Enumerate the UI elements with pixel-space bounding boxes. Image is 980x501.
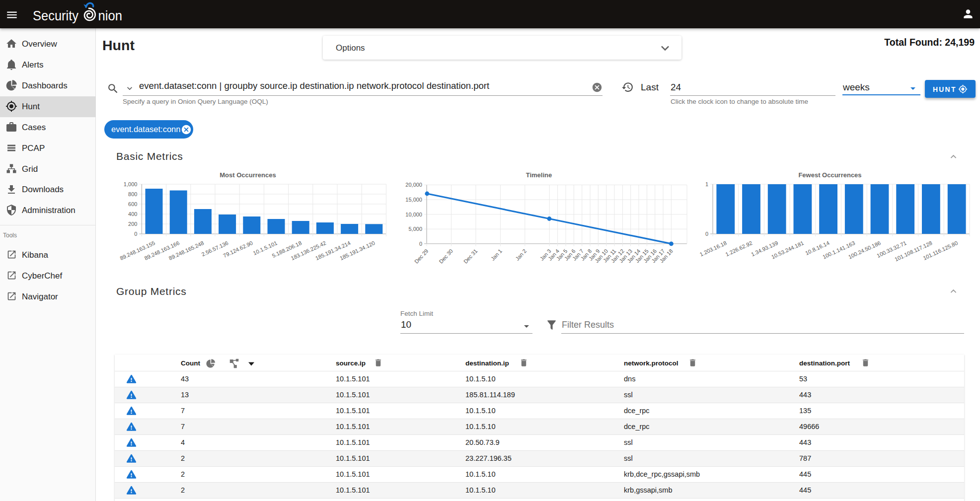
svg-text:1.203.16.18: 1.203.16.18 xyxy=(699,240,728,257)
svg-text:600: 600 xyxy=(128,201,137,207)
svg-text:Jan 2: Jan 2 xyxy=(514,248,528,262)
svg-text:10,000: 10,000 xyxy=(405,212,422,217)
svg-text:1,000: 1,000 xyxy=(124,181,138,187)
svg-text:Dec 30: Dec 30 xyxy=(438,248,454,265)
svg-text:0: 0 xyxy=(419,241,422,247)
svg-text:200: 200 xyxy=(128,221,137,227)
svg-text:Timeline: Timeline xyxy=(526,171,552,179)
svg-text:Dec 31: Dec 31 xyxy=(462,248,479,265)
svg-text:nion: nion xyxy=(98,7,123,23)
svg-text:5,000: 5,000 xyxy=(408,226,422,232)
svg-text:Jan 1: Jan 1 xyxy=(490,248,503,262)
svg-text:Dec 29: Dec 29 xyxy=(413,248,430,265)
svg-text:0: 0 xyxy=(705,231,708,237)
svg-text:1: 1 xyxy=(705,181,708,187)
svg-text:20,000: 20,000 xyxy=(405,182,422,188)
svg-text:800: 800 xyxy=(128,191,137,197)
svg-text:Fewest Occurrences: Fewest Occurrences xyxy=(798,171,861,179)
svg-text:15,000: 15,000 xyxy=(405,197,422,203)
svg-text:0: 0 xyxy=(134,231,137,237)
svg-text:1.226.62.92: 1.226.62.92 xyxy=(725,240,754,257)
svg-text:Most Occurrences: Most Occurrences xyxy=(220,171,276,179)
svg-text:400: 400 xyxy=(128,211,137,217)
svg-text:Security: Security xyxy=(33,7,79,23)
